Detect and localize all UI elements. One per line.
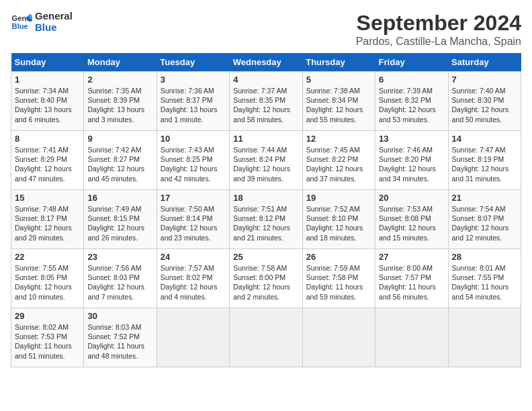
day-number: 30 bbox=[87, 311, 152, 321]
day-number: 9 bbox=[87, 134, 152, 144]
day-number: 27 bbox=[379, 252, 444, 262]
calendar-header-row: SundayMondayTuesdayWednesdayThursdayFrid… bbox=[11, 53, 521, 72]
day-info: Sunrise: 8:00 AMSunset: 7:57 PMDaylight:… bbox=[379, 264, 436, 301]
logo-line2: Blue bbox=[35, 22, 73, 34]
calendar-day-17: 17Sunrise: 7:50 AMSunset: 8:14 PMDayligh… bbox=[157, 190, 229, 249]
day-number: 18 bbox=[233, 193, 298, 203]
calendar-day-10: 10Sunrise: 7:43 AMSunset: 8:25 PMDayligh… bbox=[157, 131, 229, 190]
day-number: 20 bbox=[379, 193, 444, 203]
day-info: Sunrise: 7:45 AMSunset: 8:22 PMDaylight:… bbox=[306, 146, 363, 183]
day-number: 21 bbox=[452, 193, 517, 203]
day-number: 1 bbox=[15, 75, 80, 85]
logo-icon: General Blue bbox=[11, 11, 32, 33]
day-info: Sunrise: 7:53 AMSunset: 8:08 PMDaylight:… bbox=[379, 205, 436, 242]
day-info: Sunrise: 7:55 AMSunset: 8:05 PMDaylight:… bbox=[15, 264, 72, 301]
day-info: Sunrise: 7:48 AMSunset: 8:17 PMDaylight:… bbox=[15, 205, 72, 242]
day-number: 3 bbox=[161, 75, 226, 85]
day-number: 10 bbox=[161, 134, 226, 144]
logo-line1: General bbox=[35, 11, 73, 22]
header: General Blue General Blue September 2024… bbox=[11, 11, 521, 48]
day-number: 6 bbox=[379, 75, 444, 85]
day-info: Sunrise: 7:35 AMSunset: 8:39 PMDaylight:… bbox=[87, 87, 144, 124]
day-info: Sunrise: 7:44 AMSunset: 8:24 PMDaylight:… bbox=[233, 146, 290, 183]
calendar-day-9: 9Sunrise: 7:42 AMSunset: 8:27 PMDaylight… bbox=[84, 131, 157, 190]
calendar-day-19: 19Sunrise: 7:52 AMSunset: 8:10 PMDayligh… bbox=[302, 190, 375, 249]
calendar-day-28: 28Sunrise: 8:01 AMSunset: 7:55 PMDayligh… bbox=[448, 249, 521, 308]
day-number: 11 bbox=[233, 134, 298, 144]
day-number: 23 bbox=[87, 252, 152, 262]
day-info: Sunrise: 7:38 AMSunset: 8:34 PMDaylight:… bbox=[306, 87, 363, 124]
day-number: 7 bbox=[452, 75, 517, 85]
location-title: Pardos, Castille-La Mancha, Spain bbox=[356, 36, 521, 48]
day-info: Sunrise: 7:51 AMSunset: 8:12 PMDaylight:… bbox=[233, 205, 290, 242]
calendar-day-4: 4Sunrise: 7:37 AMSunset: 8:35 PMDaylight… bbox=[230, 72, 302, 131]
calendar-table: SundayMondayTuesdayWednesdayThursdayFrid… bbox=[11, 53, 521, 367]
day-info: Sunrise: 7:42 AMSunset: 8:27 PMDaylight:… bbox=[87, 146, 144, 183]
day-info: Sunrise: 7:37 AMSunset: 8:35 PMDaylight:… bbox=[233, 87, 290, 124]
day-header-friday: Friday bbox=[375, 53, 448, 72]
day-number: 12 bbox=[306, 134, 371, 144]
day-number: 14 bbox=[452, 134, 517, 144]
title-block: September 2024 Pardos, Castille-La Manch… bbox=[356, 11, 521, 48]
calendar-day-18: 18Sunrise: 7:51 AMSunset: 8:12 PMDayligh… bbox=[230, 190, 302, 249]
calendar-day-empty bbox=[157, 308, 229, 367]
day-info: Sunrise: 7:59 AMSunset: 7:58 PMDaylight:… bbox=[306, 264, 363, 301]
calendar-day-30: 30Sunrise: 8:03 AMSunset: 7:52 PMDayligh… bbox=[84, 308, 157, 367]
calendar-week-row: 29Sunrise: 8:02 AMSunset: 7:53 PMDayligh… bbox=[11, 308, 521, 367]
calendar-day-21: 21Sunrise: 7:54 AMSunset: 8:07 PMDayligh… bbox=[448, 190, 521, 249]
day-number: 4 bbox=[233, 75, 298, 85]
calendar-day-15: 15Sunrise: 7:48 AMSunset: 8:17 PMDayligh… bbox=[11, 190, 84, 249]
month-title: September 2024 bbox=[356, 11, 521, 36]
calendar-day-2: 2Sunrise: 7:35 AMSunset: 8:39 PMDaylight… bbox=[84, 72, 157, 131]
day-info: Sunrise: 8:02 AMSunset: 7:53 PMDaylight:… bbox=[15, 323, 72, 360]
day-number: 26 bbox=[306, 252, 371, 262]
day-info: Sunrise: 7:49 AMSunset: 8:15 PMDaylight:… bbox=[87, 205, 144, 242]
day-header-wednesday: Wednesday bbox=[230, 53, 302, 72]
calendar-day-26: 26Sunrise: 7:59 AMSunset: 7:58 PMDayligh… bbox=[302, 249, 375, 308]
calendar-week-row: 1Sunrise: 7:34 AMSunset: 8:40 PMDaylight… bbox=[11, 72, 521, 131]
day-header-saturday: Saturday bbox=[448, 53, 521, 72]
day-info: Sunrise: 7:40 AMSunset: 8:30 PMDaylight:… bbox=[452, 87, 509, 124]
day-header-monday: Monday bbox=[84, 53, 157, 72]
calendar-day-25: 25Sunrise: 7:58 AMSunset: 8:00 PMDayligh… bbox=[230, 249, 302, 308]
svg-text:Blue: Blue bbox=[12, 21, 28, 30]
calendar-week-row: 8Sunrise: 7:41 AMSunset: 8:29 PMDaylight… bbox=[11, 131, 521, 190]
calendar-day-23: 23Sunrise: 7:56 AMSunset: 8:03 PMDayligh… bbox=[84, 249, 157, 308]
calendar-day-empty bbox=[448, 308, 521, 367]
day-number: 19 bbox=[306, 193, 371, 203]
day-info: Sunrise: 7:58 AMSunset: 8:00 PMDaylight:… bbox=[233, 264, 290, 301]
calendar-week-row: 15Sunrise: 7:48 AMSunset: 8:17 PMDayligh… bbox=[11, 190, 521, 249]
calendar-day-22: 22Sunrise: 7:55 AMSunset: 8:05 PMDayligh… bbox=[11, 249, 84, 308]
day-info: Sunrise: 7:50 AMSunset: 8:14 PMDaylight:… bbox=[161, 205, 218, 242]
calendar-day-8: 8Sunrise: 7:41 AMSunset: 8:29 PMDaylight… bbox=[11, 131, 84, 190]
day-info: Sunrise: 7:39 AMSunset: 8:32 PMDaylight:… bbox=[379, 87, 436, 124]
day-number: 17 bbox=[161, 193, 226, 203]
day-number: 5 bbox=[306, 75, 371, 85]
day-header-sunday: Sunday bbox=[11, 53, 84, 72]
day-info: Sunrise: 7:46 AMSunset: 8:20 PMDaylight:… bbox=[379, 146, 436, 183]
calendar-body: 1Sunrise: 7:34 AMSunset: 8:40 PMDaylight… bbox=[11, 72, 521, 367]
calendar-day-16: 16Sunrise: 7:49 AMSunset: 8:15 PMDayligh… bbox=[84, 190, 157, 249]
day-number: 22 bbox=[15, 252, 80, 262]
calendar-day-empty bbox=[375, 308, 448, 367]
calendar-day-12: 12Sunrise: 7:45 AMSunset: 8:22 PMDayligh… bbox=[302, 131, 375, 190]
calendar-day-6: 6Sunrise: 7:39 AMSunset: 8:32 PMDaylight… bbox=[375, 72, 448, 131]
calendar-day-empty bbox=[302, 308, 375, 367]
day-info: Sunrise: 7:47 AMSunset: 8:19 PMDaylight:… bbox=[452, 146, 509, 183]
day-number: 28 bbox=[452, 252, 517, 262]
day-info: Sunrise: 7:36 AMSunset: 8:37 PMDaylight:… bbox=[161, 87, 218, 124]
day-number: 16 bbox=[87, 193, 152, 203]
day-number: 8 bbox=[15, 134, 80, 144]
calendar-day-14: 14Sunrise: 7:47 AMSunset: 8:19 PMDayligh… bbox=[448, 131, 521, 190]
day-info: Sunrise: 8:03 AMSunset: 7:52 PMDaylight:… bbox=[87, 323, 144, 360]
calendar-day-5: 5Sunrise: 7:38 AMSunset: 8:34 PMDaylight… bbox=[302, 72, 375, 131]
day-info: Sunrise: 8:01 AMSunset: 7:55 PMDaylight:… bbox=[452, 264, 509, 301]
day-header-thursday: Thursday bbox=[302, 53, 375, 72]
day-header-tuesday: Tuesday bbox=[157, 53, 229, 72]
calendar-day-13: 13Sunrise: 7:46 AMSunset: 8:20 PMDayligh… bbox=[375, 131, 448, 190]
calendar-day-27: 27Sunrise: 8:00 AMSunset: 7:57 PMDayligh… bbox=[375, 249, 448, 308]
calendar-day-29: 29Sunrise: 8:02 AMSunset: 7:53 PMDayligh… bbox=[11, 308, 84, 367]
day-info: Sunrise: 7:54 AMSunset: 8:07 PMDaylight:… bbox=[452, 205, 509, 242]
day-number: 25 bbox=[233, 252, 298, 262]
day-info: Sunrise: 7:43 AMSunset: 8:25 PMDaylight:… bbox=[161, 146, 218, 183]
